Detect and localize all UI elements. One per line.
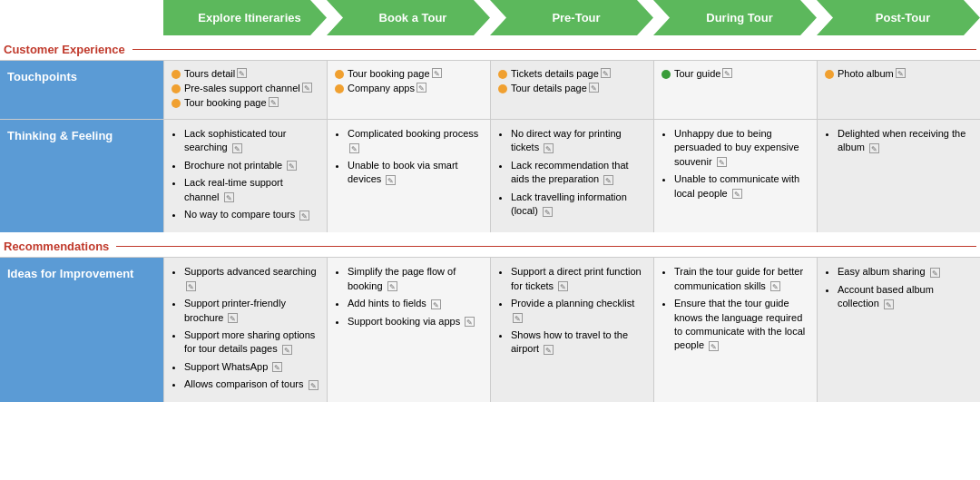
edit-icon[interactable]: ✎ — [601, 68, 611, 78]
cell: Tour booking page ✎Company apps ✎ — [327, 61, 490, 119]
customer-experience-label: Customer Experience — [0, 35, 980, 60]
cell: Lack sophisticated tour searching ✎Broch… — [163, 120, 327, 232]
edit-icon[interactable]: ✎ — [869, 143, 879, 153]
list-item: Train the tour guide for better communic… — [674, 265, 809, 293]
edit-icon[interactable]: ✎ — [228, 313, 238, 323]
cell: Supports advanced searching ✎Support pri… — [163, 258, 327, 402]
bullet-list: Unhappy due to being persuaded to buy ex… — [662, 127, 809, 201]
cell: Delighted when receiving the album ✎ — [817, 120, 980, 232]
edit-icon[interactable]: ✎ — [543, 207, 553, 217]
edit-icon[interactable]: ✎ — [224, 192, 234, 202]
touchpoints-row: TouchpointsTours detail ✎Pre-sales suppo… — [0, 60, 980, 119]
recommendations-label: Recommendations — [0, 232, 980, 257]
bullet-list: Supports advanced searching ✎Support pri… — [172, 265, 319, 391]
orange-dot — [335, 70, 344, 79]
orange-dot — [498, 70, 507, 79]
edit-icon[interactable]: ✎ — [544, 345, 554, 355]
thinking-feeling-row: Thinking & FeelingLack sophisticated tou… — [0, 119, 980, 232]
edit-icon[interactable]: ✎ — [302, 83, 312, 93]
edit-icon[interactable]: ✎ — [722, 68, 732, 78]
edit-icon[interactable]: ✎ — [896, 68, 906, 78]
orange-dot — [335, 84, 344, 93]
edit-icon[interactable]: ✎ — [930, 268, 940, 278]
cell: Simplify the page flow of booking ✎Add h… — [327, 258, 490, 402]
row-header-touchpoints: Touchpoints — [0, 61, 163, 119]
cell: Tickets details page ✎Tour details page … — [490, 61, 653, 119]
list-item: Lack sophisticated tour searching ✎ — [184, 127, 319, 155]
list-item: Support WhatsApp ✎ — [184, 360, 319, 374]
edit-icon[interactable]: ✎ — [544, 143, 554, 153]
edit-icon[interactable]: ✎ — [309, 380, 318, 390]
touchpoint-item: Photo album ✎ — [825, 68, 973, 79]
cell: Unhappy due to being persuaded to buy ex… — [653, 120, 817, 232]
edit-icon[interactable]: ✎ — [589, 83, 599, 93]
list-item: Lack recommendation that aids the prepar… — [511, 159, 646, 187]
touchpoint-item: Tour guide ✎ — [662, 68, 809, 79]
touchpoint-item: Tours detail ✎ — [172, 68, 319, 79]
cell: Easy album sharing ✎Account based album … — [817, 258, 980, 402]
list-item: Unable to communicate with local people … — [674, 172, 809, 201]
edit-icon[interactable]: ✎ — [237, 68, 247, 78]
edit-icon[interactable]: ✎ — [349, 143, 359, 153]
row-header-thinking-feeling: Thinking & Feeling — [0, 120, 163, 232]
orange-dot — [172, 99, 181, 108]
bullet-list: Easy album sharing ✎Account based album … — [825, 265, 973, 310]
edit-icon[interactable]: ✎ — [431, 299, 441, 309]
list-item: Provide a planning checklist ✎ — [511, 297, 646, 325]
list-item: Delighted when receiving the album ✎ — [838, 127, 973, 155]
edit-icon[interactable]: ✎ — [465, 317, 475, 327]
edit-icon[interactable]: ✎ — [232, 143, 242, 153]
list-item: Support printer-friendly brochure ✎ — [184, 297, 319, 325]
phase-arrow-1: Book a Tour — [327, 0, 490, 35]
bullet-list: Complicated booking process ✎Unable to b… — [335, 127, 483, 187]
edit-icon[interactable]: ✎ — [603, 175, 613, 185]
list-item: Complicated booking process ✎ — [348, 127, 483, 155]
ideas-row: Ideas for ImprovementSupports advanced s… — [0, 257, 980, 402]
orange-dot — [498, 84, 507, 93]
list-item: Simplify the page flow of booking ✎ — [348, 265, 483, 293]
bullet-list: Simplify the page flow of booking ✎Add h… — [335, 265, 483, 328]
list-item: Brochure not printable ✎ — [184, 159, 319, 172]
edit-icon[interactable]: ✎ — [513, 313, 523, 323]
green-dot — [662, 70, 671, 79]
edit-icon[interactable]: ✎ — [558, 281, 568, 291]
edit-icon[interactable]: ✎ — [386, 175, 396, 185]
list-item: Supports advanced searching ✎ — [184, 265, 319, 293]
touchpoint-item: Tickets details page ✎ — [498, 68, 646, 79]
list-item: Support more sharing options for tour de… — [184, 328, 319, 357]
edit-icon[interactable]: ✎ — [432, 68, 442, 78]
edit-icon[interactable]: ✎ — [287, 161, 297, 171]
cell: Tours detail ✎Pre-sales support channel … — [163, 61, 327, 119]
list-item: Ensure that the tour guide knows the lan… — [674, 297, 809, 353]
edit-icon[interactable]: ✎ — [717, 157, 727, 167]
edit-icon[interactable]: ✎ — [186, 281, 196, 291]
list-item: Easy album sharing ✎ — [838, 265, 973, 279]
orange-dot — [172, 70, 181, 79]
edit-icon[interactable]: ✎ — [387, 281, 397, 291]
phase-arrow-4: Post-Tour — [817, 0, 980, 35]
edit-icon[interactable]: ✎ — [272, 362, 282, 372]
edit-icon[interactable]: ✎ — [884, 299, 894, 309]
edit-icon[interactable]: ✎ — [770, 281, 780, 291]
edit-icon[interactable]: ✎ — [299, 211, 309, 220]
touchpoint-item: Pre-sales support channel ✎ — [172, 83, 319, 93]
list-item: Support booking via apps ✎ — [348, 315, 483, 328]
edit-icon[interactable]: ✎ — [269, 97, 279, 107]
bullet-list: Support a direct print function for tick… — [498, 265, 646, 356]
phase-arrow-3: During Tour — [653, 0, 817, 35]
cell: No direct way for printing tickets ✎Lack… — [490, 120, 653, 232]
bullet-list: Train the tour guide for better communic… — [662, 265, 809, 352]
phase-header: Explore ItinerariesBook a TourPre-TourDu… — [163, 0, 980, 35]
cell: Photo album ✎ — [817, 61, 980, 119]
list-item: No way to compare tours ✎ — [184, 208, 319, 221]
edit-icon[interactable]: ✎ — [282, 345, 292, 355]
edit-icon[interactable]: ✎ — [709, 341, 719, 351]
edit-icon[interactable]: ✎ — [732, 189, 742, 199]
list-item: Shows how to travel to the airport ✎ — [511, 328, 646, 357]
cell: Tour guide ✎ — [653, 61, 817, 119]
edit-icon[interactable]: ✎ — [416, 83, 426, 93]
touchpoint-item: Tour details page ✎ — [498, 83, 646, 93]
phase-arrow-2: Pre-Tour — [490, 0, 653, 35]
bullet-list: No direct way for printing tickets ✎Lack… — [498, 127, 646, 218]
list-item: Account based album collection ✎ — [838, 283, 973, 311]
